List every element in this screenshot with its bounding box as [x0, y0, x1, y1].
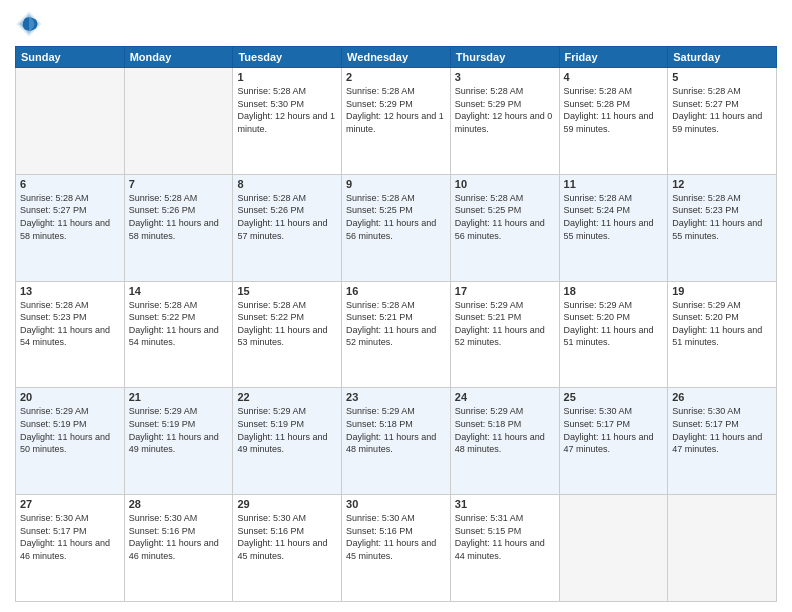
day-cell: 2Sunrise: 5:28 AMSunset: 5:29 PMDaylight… [342, 68, 451, 175]
day-cell [124, 68, 233, 175]
day-cell: 24Sunrise: 5:29 AMSunset: 5:18 PMDayligh… [450, 388, 559, 495]
day-number: 7 [129, 178, 229, 190]
day-number: 21 [129, 391, 229, 403]
day-info: Sunrise: 5:28 AMSunset: 5:24 PMDaylight:… [564, 192, 664, 242]
day-info: Sunrise: 5:30 AMSunset: 5:17 PMDaylight:… [672, 405, 772, 455]
calendar-table: SundayMondayTuesdayWednesdayThursdayFrid… [15, 46, 777, 602]
day-info: Sunrise: 5:28 AMSunset: 5:29 PMDaylight:… [346, 85, 446, 135]
day-info: Sunrise: 5:28 AMSunset: 5:26 PMDaylight:… [129, 192, 229, 242]
week-row-1: 1Sunrise: 5:28 AMSunset: 5:30 PMDaylight… [16, 68, 777, 175]
day-cell: 13Sunrise: 5:28 AMSunset: 5:23 PMDayligh… [16, 281, 125, 388]
day-number: 29 [237, 498, 337, 510]
header [15, 10, 777, 38]
day-info: Sunrise: 5:29 AMSunset: 5:18 PMDaylight:… [346, 405, 446, 455]
day-cell: 20Sunrise: 5:29 AMSunset: 5:19 PMDayligh… [16, 388, 125, 495]
day-number: 18 [564, 285, 664, 297]
col-header-sunday: Sunday [16, 47, 125, 68]
day-number: 16 [346, 285, 446, 297]
page: SundayMondayTuesdayWednesdayThursdayFrid… [0, 0, 792, 612]
day-number: 13 [20, 285, 120, 297]
day-number: 14 [129, 285, 229, 297]
day-cell: 6Sunrise: 5:28 AMSunset: 5:27 PMDaylight… [16, 174, 125, 281]
day-number: 28 [129, 498, 229, 510]
col-header-friday: Friday [559, 47, 668, 68]
day-cell: 9Sunrise: 5:28 AMSunset: 5:25 PMDaylight… [342, 174, 451, 281]
day-number: 17 [455, 285, 555, 297]
day-info: Sunrise: 5:30 AMSunset: 5:17 PMDaylight:… [564, 405, 664, 455]
day-cell: 7Sunrise: 5:28 AMSunset: 5:26 PMDaylight… [124, 174, 233, 281]
day-info: Sunrise: 5:31 AMSunset: 5:15 PMDaylight:… [455, 512, 555, 562]
day-number: 30 [346, 498, 446, 510]
day-cell: 18Sunrise: 5:29 AMSunset: 5:20 PMDayligh… [559, 281, 668, 388]
day-info: Sunrise: 5:28 AMSunset: 5:30 PMDaylight:… [237, 85, 337, 135]
logo [15, 10, 47, 38]
day-number: 24 [455, 391, 555, 403]
day-cell: 23Sunrise: 5:29 AMSunset: 5:18 PMDayligh… [342, 388, 451, 495]
day-number: 23 [346, 391, 446, 403]
week-row-3: 13Sunrise: 5:28 AMSunset: 5:23 PMDayligh… [16, 281, 777, 388]
day-cell: 8Sunrise: 5:28 AMSunset: 5:26 PMDaylight… [233, 174, 342, 281]
day-cell: 16Sunrise: 5:28 AMSunset: 5:21 PMDayligh… [342, 281, 451, 388]
day-info: Sunrise: 5:28 AMSunset: 5:26 PMDaylight:… [237, 192, 337, 242]
day-info: Sunrise: 5:28 AMSunset: 5:25 PMDaylight:… [455, 192, 555, 242]
day-cell [559, 495, 668, 602]
day-number: 22 [237, 391, 337, 403]
day-cell: 17Sunrise: 5:29 AMSunset: 5:21 PMDayligh… [450, 281, 559, 388]
day-info: Sunrise: 5:29 AMSunset: 5:21 PMDaylight:… [455, 299, 555, 349]
day-number: 31 [455, 498, 555, 510]
day-info: Sunrise: 5:28 AMSunset: 5:29 PMDaylight:… [455, 85, 555, 135]
day-cell: 4Sunrise: 5:28 AMSunset: 5:28 PMDaylight… [559, 68, 668, 175]
day-cell: 15Sunrise: 5:28 AMSunset: 5:22 PMDayligh… [233, 281, 342, 388]
day-cell: 27Sunrise: 5:30 AMSunset: 5:17 PMDayligh… [16, 495, 125, 602]
day-info: Sunrise: 5:28 AMSunset: 5:23 PMDaylight:… [672, 192, 772, 242]
day-cell: 30Sunrise: 5:30 AMSunset: 5:16 PMDayligh… [342, 495, 451, 602]
day-info: Sunrise: 5:30 AMSunset: 5:16 PMDaylight:… [346, 512, 446, 562]
header-row: SundayMondayTuesdayWednesdayThursdayFrid… [16, 47, 777, 68]
logo-icon [15, 10, 43, 38]
day-cell: 31Sunrise: 5:31 AMSunset: 5:15 PMDayligh… [450, 495, 559, 602]
day-number: 27 [20, 498, 120, 510]
day-cell: 5Sunrise: 5:28 AMSunset: 5:27 PMDaylight… [668, 68, 777, 175]
day-number: 26 [672, 391, 772, 403]
day-info: Sunrise: 5:29 AMSunset: 5:19 PMDaylight:… [20, 405, 120, 455]
day-info: Sunrise: 5:28 AMSunset: 5:27 PMDaylight:… [672, 85, 772, 135]
day-cell: 14Sunrise: 5:28 AMSunset: 5:22 PMDayligh… [124, 281, 233, 388]
day-cell: 11Sunrise: 5:28 AMSunset: 5:24 PMDayligh… [559, 174, 668, 281]
day-number: 8 [237, 178, 337, 190]
day-number: 2 [346, 71, 446, 83]
day-info: Sunrise: 5:29 AMSunset: 5:19 PMDaylight:… [237, 405, 337, 455]
day-number: 20 [20, 391, 120, 403]
day-cell: 25Sunrise: 5:30 AMSunset: 5:17 PMDayligh… [559, 388, 668, 495]
day-number: 12 [672, 178, 772, 190]
day-cell: 19Sunrise: 5:29 AMSunset: 5:20 PMDayligh… [668, 281, 777, 388]
day-number: 1 [237, 71, 337, 83]
col-header-monday: Monday [124, 47, 233, 68]
day-cell: 12Sunrise: 5:28 AMSunset: 5:23 PMDayligh… [668, 174, 777, 281]
day-info: Sunrise: 5:28 AMSunset: 5:22 PMDaylight:… [129, 299, 229, 349]
day-info: Sunrise: 5:30 AMSunset: 5:16 PMDaylight:… [129, 512, 229, 562]
col-header-thursday: Thursday [450, 47, 559, 68]
day-number: 25 [564, 391, 664, 403]
day-cell [668, 495, 777, 602]
day-info: Sunrise: 5:29 AMSunset: 5:18 PMDaylight:… [455, 405, 555, 455]
day-info: Sunrise: 5:30 AMSunset: 5:17 PMDaylight:… [20, 512, 120, 562]
day-info: Sunrise: 5:28 AMSunset: 5:21 PMDaylight:… [346, 299, 446, 349]
day-cell: 26Sunrise: 5:30 AMSunset: 5:17 PMDayligh… [668, 388, 777, 495]
day-info: Sunrise: 5:28 AMSunset: 5:22 PMDaylight:… [237, 299, 337, 349]
day-info: Sunrise: 5:30 AMSunset: 5:16 PMDaylight:… [237, 512, 337, 562]
day-info: Sunrise: 5:29 AMSunset: 5:20 PMDaylight:… [564, 299, 664, 349]
week-row-2: 6Sunrise: 5:28 AMSunset: 5:27 PMDaylight… [16, 174, 777, 281]
day-info: Sunrise: 5:28 AMSunset: 5:25 PMDaylight:… [346, 192, 446, 242]
day-number: 11 [564, 178, 664, 190]
day-number: 6 [20, 178, 120, 190]
day-cell: 3Sunrise: 5:28 AMSunset: 5:29 PMDaylight… [450, 68, 559, 175]
day-cell: 22Sunrise: 5:29 AMSunset: 5:19 PMDayligh… [233, 388, 342, 495]
day-cell: 28Sunrise: 5:30 AMSunset: 5:16 PMDayligh… [124, 495, 233, 602]
day-number: 9 [346, 178, 446, 190]
day-cell [16, 68, 125, 175]
day-number: 15 [237, 285, 337, 297]
col-header-wednesday: Wednesday [342, 47, 451, 68]
week-row-4: 20Sunrise: 5:29 AMSunset: 5:19 PMDayligh… [16, 388, 777, 495]
day-cell: 10Sunrise: 5:28 AMSunset: 5:25 PMDayligh… [450, 174, 559, 281]
col-header-tuesday: Tuesday [233, 47, 342, 68]
